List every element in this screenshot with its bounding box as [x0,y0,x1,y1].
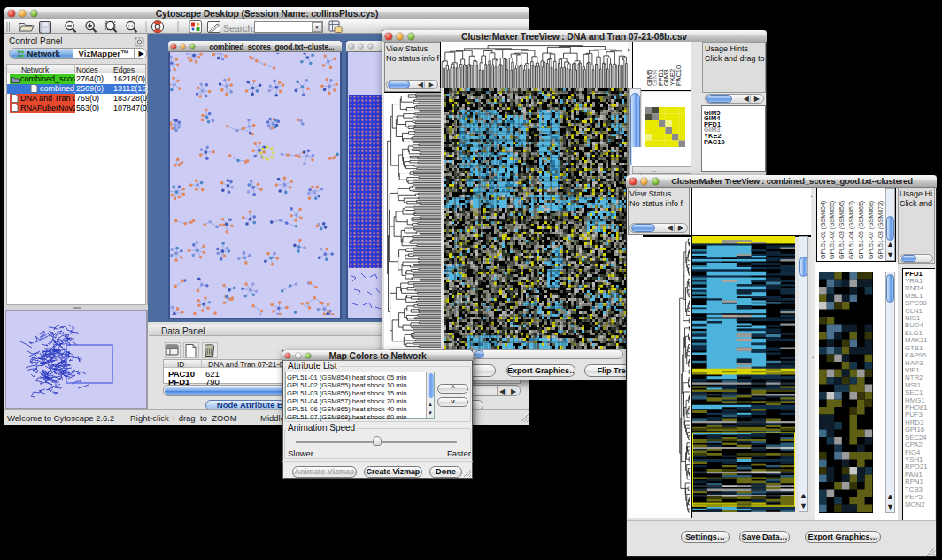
svg-text:1:1: 1:1 [128,24,135,28]
